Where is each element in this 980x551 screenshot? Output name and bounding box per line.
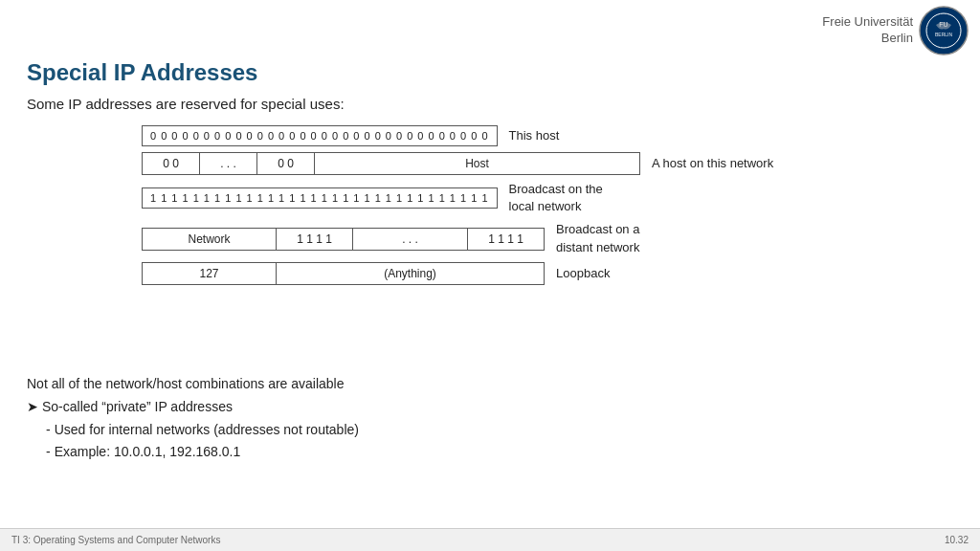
ip-row-loopback: 127 (Anything) Loopback [142,262,865,285]
label-all-ones-line1: Broadcast on the [509,182,603,196]
cell-distant-1111-right: 1 1 1 1 [468,228,545,250]
subtitle: Some IP addresses are reserved for speci… [27,96,865,112]
cell-host-net-dots: . . . [200,153,257,175]
cell-loopback-127: 127 [143,262,277,284]
page-title: Special IP Addresses [27,59,865,86]
bottom-line1: Not all of the network/host combinations… [27,373,359,396]
label-all-zeros: This host [509,127,662,144]
bottom-line3-container: - Used for internal networks (addresses … [27,419,359,442]
label-distant-line1: Broadcast on a [556,222,639,236]
label-all-ones: Broadcast on the local network [509,181,662,215]
table-host-on-network: 0 0 . . . 0 0 Host [142,152,640,175]
table-distant-broadcast: Network 1 1 1 1 . . . 1 1 1 1 [142,228,545,251]
dash-icon-1: - [46,419,51,442]
cell-host-net-host: Host [315,153,640,175]
footer-right: 10.32 [945,535,969,545]
arrow-icon: ➤ [27,396,38,419]
ip-row-distant-broadcast: Network 1 1 1 1 . . . 1 1 1 1 Broadcast … [142,221,865,255]
ip-row-all-ones: 1 1 1 1 1 1 1 1 1 1 1 1 1 1 1 1 1 1 1 1 … [142,181,865,215]
label-host-on-network: A host on this network [652,155,805,172]
table-all-zeros: 0 0 0 0 0 0 0 0 0 0 0 0 0 0 0 0 0 0 0 0 … [142,125,498,146]
ip-tables-area: 0 0 0 0 0 0 0 0 0 0 0 0 0 0 0 0 0 0 0 0 … [142,125,865,291]
bottom-line2: So-called “private” IP addresses [42,396,233,419]
label-loopback: Loopback [556,265,709,282]
footer-left: TI 3: Operating Systems and Computer Net… [11,535,220,545]
label-distant-broadcast: Broadcast on a distant network [556,221,709,255]
svg-text:BERLIN: BERLIN [935,32,952,37]
cell-distant-1111-left: 1 1 1 1 [277,228,353,250]
label-all-ones-line2: local network [509,199,582,213]
cell-host-net-00-right: 0 0 [257,153,315,175]
main-content: Special IP Addresses Some IP addresses a… [27,11,865,291]
table-all-ones: 1 1 1 1 1 1 1 1 1 1 1 1 1 1 1 1 1 1 1 1 … [142,187,498,209]
cell-distant-dots: . . . [353,228,468,250]
cell-distant-network: Network [143,228,277,250]
bottom-line4: Example: 10.0.0.1, 192.168.0.1 [55,441,241,464]
cell-loopback-anything: (Anything) [277,262,545,284]
bottom-line3: Used for internal networks (addresses no… [55,419,359,442]
label-distant-line2: distant network [556,240,639,254]
dash-icon-2: - [46,441,51,464]
bottom-text: Not all of the network/host combinations… [27,373,359,464]
cell-host-net-00-left: 0 0 [143,153,200,175]
fu-berlin-logo: FU BERLIN [919,6,969,55]
ip-row-all-zeros: 0 0 0 0 0 0 0 0 0 0 0 0 0 0 0 0 0 0 0 0 … [142,125,865,146]
footer: TI 3: Operating Systems and Computer Net… [0,528,980,551]
cell-all-zeros-bits: 0 0 0 0 0 0 0 0 0 0 0 0 0 0 0 0 0 0 0 0 … [143,126,498,146]
cell-all-ones-bits: 1 1 1 1 1 1 1 1 1 1 1 1 1 1 1 1 1 1 1 1 … [143,188,498,209]
ip-row-host-on-network: 0 0 . . . 0 0 Host A host on this networ… [142,152,865,175]
bottom-line4-container: - Example: 10.0.0.1, 192.168.0.1 [27,441,359,464]
bottom-line2-container: ➤ So-called “private” IP addresses [27,396,359,419]
table-loopback: 127 (Anything) [142,262,545,285]
